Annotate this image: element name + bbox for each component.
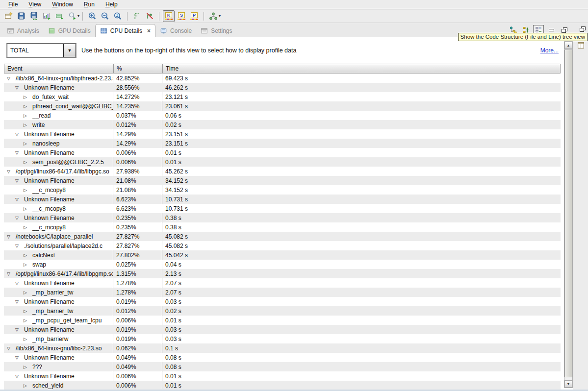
tree-toggle-icon[interactable] — [23, 104, 28, 109]
call-tree-dropdown-caret[interactable]: ▾ — [219, 14, 221, 18]
table-row[interactable]: Unknown Filename 14.29% 23.151 s — [4, 129, 561, 139]
search-profile-button[interactable] — [66, 10, 78, 22]
table-row[interactable]: /lib/x86_64-linux-gnu/libc-2.23.so 0.062… — [4, 343, 561, 353]
tree-toggle-icon[interactable] — [23, 95, 28, 99]
table-row[interactable]: /opt/pgi/linux86-64/17.4/lib/libpgmp.so … — [4, 269, 561, 278]
tab-analysis[interactable]: Analysis — [2, 25, 44, 37]
table-row[interactable]: sem_post@@GLIBC_2.2.5 0.006% 0.01 s — [4, 157, 561, 167]
profile-application-button[interactable] — [41, 10, 52, 22]
tree-toggle-icon[interactable] — [14, 178, 20, 183]
tree-toggle-icon[interactable] — [23, 383, 28, 388]
zoom-reset-button[interactable]: ± — [112, 10, 124, 22]
tree-toggle-icon[interactable] — [14, 299, 20, 304]
table-row[interactable]: ./solutions/parallel/laplace2d.c 27.827%… — [4, 241, 561, 250]
profile-mode-button[interactable]: P — [188, 10, 200, 22]
scrollbar-thumb[interactable] — [564, 49, 572, 377]
tree-toggle-icon[interactable] — [23, 318, 28, 323]
table-row[interactable]: /opt/pgi/linux86-64/17.4/lib/libpgc.so 2… — [4, 167, 561, 176]
tree-toggle-icon[interactable] — [14, 85, 20, 90]
tab-settings[interactable]: Settings — [196, 25, 236, 37]
table-row[interactable]: __c_mcopy8 6.623% 10.731 s — [4, 204, 561, 213]
table-row[interactable]: sched_yield 0.006% 0.01 s — [4, 381, 561, 390]
import-profile-button[interactable] — [53, 10, 65, 22]
columns-icon[interactable] — [577, 41, 585, 51]
table-row[interactable]: Unknown Filename 28.556% 46.262 s — [4, 83, 561, 92]
table-row[interactable]: Unknown Filename 0.006% 0.01 s — [4, 148, 561, 157]
tree-toggle-icon[interactable] — [14, 355, 20, 360]
tree-toggle-icon[interactable] — [14, 281, 20, 286]
tree-toggle-icon[interactable] — [23, 262, 28, 267]
new-session-button[interactable] — [2, 10, 14, 22]
tree-toggle-icon[interactable] — [23, 225, 28, 230]
tree-toggle-icon[interactable] — [23, 141, 28, 146]
table-row[interactable]: _mp_barrier_tw 1.278% 2.07 s — [4, 288, 561, 297]
table-row[interactable]: Unknown Filename 0.019% 0.03 s — [4, 325, 561, 334]
kernel-mode-button[interactable]: K — [163, 10, 175, 22]
menu-window[interactable]: Window — [47, 0, 78, 9]
table-row[interactable]: _mp_pcpu_get_team_lcpu 0.006% 0.01 s — [4, 316, 561, 325]
menu-file[interactable]: File — [3, 0, 23, 9]
table-row[interactable]: Unknown Filename 0.006% 0.01 s — [4, 371, 561, 381]
table-row[interactable]: do_futex_wait 14.272% 23.121 s — [4, 92, 561, 101]
table-row[interactable]: /notebooks/C/laplace_parallel 27.827% 45… — [4, 232, 561, 241]
tree-toggle-icon[interactable] — [6, 169, 11, 174]
restore-pane-icon[interactable] — [580, 26, 585, 31]
call-tree-button[interactable] — [207, 10, 219, 22]
tree-toggle-icon[interactable] — [14, 197, 20, 202]
tree-toggle-icon[interactable] — [6, 76, 11, 81]
table-row[interactable]: pthread_cond_wait@@GLIBC_2.3 14.235% 23.… — [4, 101, 561, 111]
table-row[interactable]: Unknown Filename 0.019% 0.03 s — [4, 297, 561, 306]
tree-toggle-icon[interactable] — [23, 122, 28, 127]
display-mode-combo[interactable]: TOTAL ▼ — [7, 44, 76, 57]
column-header-percent[interactable]: % — [113, 64, 162, 73]
table-row[interactable]: Unknown Filename 0.235% 0.38 s — [4, 213, 561, 222]
forward-flag-button[interactable] — [131, 10, 143, 22]
table-row[interactable]: Unknown Filename 1.278% 2.07 s — [4, 278, 561, 288]
save-button[interactable] — [15, 10, 27, 22]
table-row[interactable]: Unknown Filename 0.049% 0.08 s — [4, 353, 561, 362]
tree-toggle-icon[interactable] — [23, 253, 28, 258]
table-row[interactable]: Unknown Filename 21.08% 34.152 s — [4, 176, 561, 185]
combo-dropdown-button[interactable]: ▼ — [63, 44, 76, 57]
table-row[interactable]: __c_mcopy8 0.235% 0.38 s — [4, 222, 561, 232]
tree-toggle-icon[interactable] — [23, 206, 28, 211]
zoom-out-button[interactable] — [99, 10, 111, 22]
table-row[interactable]: _mp_barrier_tw 0.012% 0.02 s — [4, 306, 561, 316]
vertical-scrollbar[interactable]: ▲ ▼ — [564, 41, 573, 388]
tree-toggle-icon[interactable] — [14, 216, 20, 220]
tree-toggle-icon[interactable] — [23, 365, 28, 369]
save-as-button[interactable] — [28, 10, 40, 22]
tree-toggle-icon[interactable] — [6, 234, 11, 239]
tree-toggle-icon[interactable] — [23, 290, 28, 295]
menu-help[interactable]: Help — [100, 0, 123, 9]
tree-toggle-icon[interactable] — [23, 188, 28, 193]
tree-toggle-icon[interactable] — [14, 244, 20, 248]
table-row[interactable]: write 0.012% 0.02 s — [4, 120, 561, 129]
table-row[interactable]: ??? 0.049% 0.08 s — [4, 362, 561, 371]
close-tab-icon[interactable]: × — [147, 27, 151, 34]
table-row[interactable]: _mp_barrierw 0.019% 0.03 s — [4, 334, 561, 343]
scroll-up-button[interactable]: ▲ — [564, 42, 572, 49]
column-header-event[interactable]: Event — [4, 64, 113, 73]
tree-toggle-icon[interactable] — [6, 271, 11, 276]
table-row[interactable]: swap 0.025% 0.04 s — [4, 260, 561, 269]
scroll-down-button[interactable]: ▼ — [564, 380, 572, 388]
menu-run[interactable]: Run — [78, 0, 100, 9]
tab-console[interactable]: Console — [155, 25, 196, 37]
no-entry-flag-button[interactable] — [144, 10, 155, 22]
tree-toggle-icon[interactable] — [23, 337, 28, 342]
tab-cpu-details[interactable]: CPU Details × — [95, 24, 155, 37]
tree-toggle-icon[interactable] — [6, 346, 11, 351]
tree-toggle-icon[interactable] — [23, 113, 28, 118]
table-row[interactable]: __read 0.037% 0.06 s — [4, 111, 561, 120]
table-row[interactable]: __c_mcopy8 21.08% 34.152 s — [4, 185, 561, 195]
table-row[interactable]: nanosleep 14.29% 23.151 s — [4, 139, 561, 148]
tree-toggle-icon[interactable] — [23, 309, 28, 314]
search-profile-dropdown-caret[interactable]: ▾ — [77, 14, 79, 18]
column-header-time[interactable]: Time — [162, 64, 560, 73]
tree-toggle-icon[interactable] — [14, 374, 20, 379]
tree-toggle-icon[interactable] — [23, 160, 28, 165]
zoom-in-button[interactable] — [86, 10, 98, 22]
more-link[interactable]: More... — [540, 47, 559, 54]
menu-view[interactable]: View — [23, 0, 47, 9]
